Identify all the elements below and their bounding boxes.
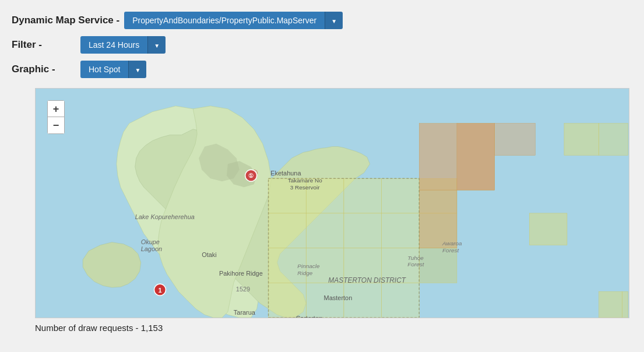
map-container[interactable]: Eketahuna MASTERTON DISTRICT Masterton C… [35, 88, 629, 318]
svg-text:Ridge: Ridge [297, 270, 312, 276]
graphic-btn-group: Hot Spot [80, 61, 146, 78]
svg-text:Eketahuna: Eketahuna [270, 170, 301, 177]
svg-rect-12 [382, 178, 420, 213]
svg-rect-31 [495, 124, 536, 156]
svg-text:Carterton: Carterton [295, 315, 322, 318]
svg-text:Masterton: Masterton [324, 294, 353, 301]
svg-rect-16 [344, 213, 382, 248]
svg-text:1529: 1529 [236, 286, 250, 293]
svg-rect-26 [269, 283, 307, 318]
svg-text:Lagoon: Lagoon [141, 245, 163, 252]
map-svg: Eketahuna MASTERTON DISTRICT Masterton C… [36, 89, 629, 318]
svg-rect-37 [622, 291, 628, 318]
filter-row: Filter - Last 24 Hours [12, 36, 632, 54]
filter-dropdown-button[interactable] [147, 36, 166, 54]
map-service-row: Dynamic Map Service - PropertyAndBoundar… [12, 12, 632, 29]
svg-text:Pakihore Ridge: Pakihore Ridge [219, 270, 263, 277]
svg-rect-33 [457, 124, 495, 190]
svg-text:3 Reservoir: 3 Reservoir [290, 184, 320, 191]
svg-text:Tuhoe: Tuhoe [407, 255, 424, 261]
filter-label: Filter - [12, 39, 76, 51]
svg-rect-14 [269, 213, 307, 248]
svg-text:Okupe: Okupe [141, 238, 160, 245]
svg-text:①: ① [248, 173, 254, 179]
svg-rect-34 [564, 124, 599, 156]
zoom-out-button[interactable]: − [48, 117, 64, 133]
svg-rect-17 [382, 213, 420, 248]
map-service-btn-group: PropertyAndBoundaries/PropertyPublic.Map… [124, 12, 343, 29]
draw-requests-label: Number of draw requests - 1,153 [35, 323, 163, 333]
svg-text:Range: Range [234, 316, 252, 318]
svg-text:Otaki: Otaki [202, 251, 217, 258]
svg-text:Forest: Forest [407, 261, 424, 267]
svg-text:Forest: Forest [442, 247, 459, 254]
zoom-controls: + − [47, 100, 65, 134]
svg-text:Lake Kopureherehua: Lake Kopureherehua [135, 213, 195, 220]
graphic-row: Graphic - Hot Spot [12, 61, 632, 78]
filter-btn-group: Last 24 Hours [80, 36, 166, 54]
svg-text:Pinnacle: Pinnacle [297, 263, 320, 269]
map-service-button[interactable]: PropertyAndBoundaries/PropertyPublic.Map… [124, 12, 325, 29]
svg-text:1: 1 [158, 287, 161, 294]
svg-text:MASTERTON DISTRICT: MASTERTON DISTRICT [328, 276, 406, 284]
filter-button[interactable]: Last 24 Hours [80, 36, 147, 54]
graphic-button[interactable]: Hot Spot [80, 61, 128, 78]
svg-text:Awaroa: Awaroa [442, 240, 462, 247]
map-service-dropdown-button[interactable] [325, 12, 343, 29]
graphic-dropdown-button[interactable] [128, 61, 146, 78]
svg-text:Tararua: Tararua [234, 309, 256, 316]
status-bar: Number of draw requests - 1,153 [35, 318, 632, 333]
graphic-label: Graphic - [12, 64, 76, 75]
svg-rect-38 [599, 291, 622, 318]
dynamic-map-service-label: Dynamic Map Service - [12, 15, 119, 26]
svg-rect-36 [529, 213, 567, 245]
top-controls: Dynamic Map Service - PropertyAndBoundar… [12, 6, 632, 88]
svg-text:Takamare No: Takamare No [288, 177, 323, 184]
svg-rect-11 [344, 178, 382, 213]
svg-rect-35 [599, 124, 628, 156]
zoom-in-button[interactable]: + [48, 101, 64, 117]
svg-rect-15 [306, 213, 344, 248]
svg-rect-29 [382, 283, 420, 318]
